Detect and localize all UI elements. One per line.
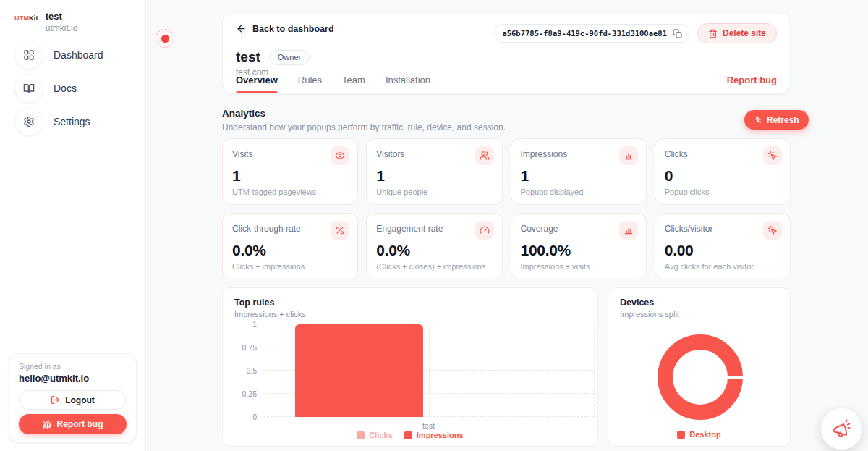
stat-card-click-through-rate: Click-through rate0.0%Clicks ÷ impressio… bbox=[222, 213, 358, 279]
analytics-section-header: Analytics Understand how your popups per… bbox=[222, 108, 506, 132]
legend-label: Clicks bbox=[369, 431, 392, 439]
stat-card-coverage: Coverage100.0%Impressions ÷ visits bbox=[511, 213, 647, 279]
logout-icon bbox=[51, 395, 60, 405]
sidebar-item-dashboard[interactable]: Dashboard bbox=[14, 41, 103, 69]
stat-description: Unique people bbox=[376, 187, 492, 196]
stat-value: 1 bbox=[376, 167, 492, 185]
back-label: Back to dashboard bbox=[252, 24, 334, 34]
devices-title: Devices bbox=[620, 298, 778, 308]
logout-button[interactable]: Logout bbox=[19, 390, 127, 410]
utmkit-logo: UTMKit bbox=[14, 14, 38, 22]
bar-chart-legend: ClicksImpressions bbox=[223, 431, 597, 439]
recording-indicator-button[interactable] bbox=[156, 29, 174, 48]
y-axis-tick: 0 bbox=[252, 413, 263, 421]
stat-value: 1 bbox=[521, 167, 637, 185]
x-axis-tick: test bbox=[422, 421, 435, 430]
stat-description: Clicks ÷ impressions bbox=[232, 262, 348, 271]
legend-swatch bbox=[677, 431, 685, 439]
signed-in-label: Signed in as bbox=[19, 362, 127, 371]
analytics-subtitle: Understand how your popups perform by tr… bbox=[222, 122, 506, 132]
legend-item-desktop[interactable]: Desktop bbox=[677, 430, 720, 439]
report-bug-link[interactable]: Report bug bbox=[727, 75, 777, 93]
stat-description: (Clicks + closes) ÷ impressions bbox=[376, 262, 492, 271]
users-icon bbox=[475, 146, 494, 165]
site-id-copy[interactable]: a56b7785-f8a9-419c-90fd-331d3100ae81 bbox=[494, 24, 690, 43]
top-rules-title: Top rules bbox=[234, 298, 586, 308]
gear-icon bbox=[14, 107, 43, 136]
legend-item-clicks[interactable]: Clicks bbox=[357, 431, 392, 439]
stat-card-visits: Visits1UTM-tagged pageviews bbox=[222, 138, 358, 205]
percent-icon bbox=[331, 221, 349, 240]
report-bug-label: Report bug bbox=[57, 419, 103, 429]
legend-label: Desktop bbox=[689, 430, 720, 439]
stat-value: 1 bbox=[232, 167, 348, 185]
site-tabs: OverviewRulesTeamInstallationReport bug bbox=[236, 75, 777, 93]
trash-icon bbox=[708, 29, 718, 38]
stat-value: 0.00 bbox=[665, 242, 780, 259]
sidebar-item-label: Settings bbox=[54, 116, 90, 127]
eye-icon bbox=[331, 146, 349, 165]
stat-card-clicks: Clicks0Popup clicks bbox=[655, 138, 791, 205]
refresh-button[interactable]: Refresh bbox=[744, 110, 809, 130]
y-axis-tick: 0.25 bbox=[242, 389, 263, 398]
stat-card-impressions: Impressions1Popups displayed bbox=[511, 138, 647, 205]
sparkles-icon bbox=[754, 116, 762, 125]
top-rules-chart-card: Top rules Impressions + clicks 00.250.50… bbox=[222, 287, 598, 447]
bar-impressions bbox=[295, 324, 423, 417]
stat-card-visitors: Visitors1Unique people bbox=[366, 138, 502, 205]
feedback-fab[interactable] bbox=[821, 408, 862, 450]
donut-segment-gap bbox=[727, 376, 744, 379]
y-axis-tick: 1 bbox=[252, 320, 263, 329]
record-dot-icon bbox=[161, 35, 169, 43]
tab-rules[interactable]: Rules bbox=[298, 75, 322, 93]
stat-description: Popups displayed bbox=[521, 187, 637, 196]
legend-label: Impressions bbox=[417, 431, 464, 439]
donut-legend: Desktop bbox=[608, 430, 790, 439]
sidebar-item-docs[interactable]: Docs bbox=[14, 74, 103, 103]
workspace-switcher[interactable]: UTMKit test utmkit.io bbox=[0, 0, 145, 33]
delete-site-label: Delete site bbox=[723, 28, 766, 38]
tab-installation[interactable]: Installation bbox=[386, 75, 430, 93]
gauge-icon bbox=[475, 221, 494, 240]
account-email: hello@utmkit.io bbox=[19, 373, 127, 384]
dashboard-grid-icon bbox=[14, 41, 43, 69]
devices-chart-card: Devices Impressions split Desktop bbox=[608, 287, 791, 447]
sidebar-item-settings[interactable]: Settings bbox=[14, 107, 103, 136]
stat-value: 0.0% bbox=[232, 242, 348, 259]
delete-site-button[interactable]: Delete site bbox=[697, 23, 777, 43]
report-bug-button[interactable]: Report bug bbox=[19, 414, 127, 434]
stat-card-clicks-visitor: Clicks/visitor0.00Avg clicks for each vi… bbox=[655, 213, 791, 279]
book-icon bbox=[14, 74, 43, 103]
megaphone-icon bbox=[830, 418, 854, 441]
site-header-card: Back to dashboard a56b7785-f8a9-419c-90f… bbox=[222, 12, 791, 94]
top-rules-subtitle: Impressions + clicks bbox=[234, 310, 586, 319]
tab-team[interactable]: Team bbox=[342, 75, 365, 93]
y-axis-tick: 0.75 bbox=[242, 343, 263, 352]
sidebar-item-label: Docs bbox=[54, 83, 77, 94]
bar-chart-plot: 00.250.50.751test bbox=[263, 324, 594, 417]
owner-badge: Owner bbox=[269, 50, 310, 65]
back-to-dashboard-link[interactable]: Back to dashboard bbox=[236, 23, 334, 34]
gridline bbox=[429, 324, 430, 417]
analytics-title: Analytics bbox=[222, 108, 506, 119]
bar-chart-icon bbox=[619, 221, 638, 240]
tab-overview[interactable]: Overview bbox=[236, 75, 278, 93]
stats-grid: Visits1UTM-tagged pageviewsVisitors1Uniq… bbox=[222, 138, 791, 279]
gridline bbox=[594, 324, 595, 417]
sidebar-nav: DashboardDocsSettings bbox=[14, 41, 103, 136]
bug-icon bbox=[43, 420, 52, 429]
stat-value: 0 bbox=[665, 167, 780, 185]
legend-item-impressions[interactable]: Impressions bbox=[404, 431, 464, 439]
arrow-left-icon bbox=[236, 23, 247, 34]
stat-description: Avg clicks for each visitor bbox=[665, 262, 780, 271]
stat-description: Impressions ÷ visits bbox=[521, 262, 637, 271]
account-card: Signed in as hello@utmkit.io Logout Repo… bbox=[9, 353, 137, 443]
pointer-click-icon bbox=[763, 221, 782, 240]
logout-label: Logout bbox=[65, 395, 95, 405]
stat-value: 100.0% bbox=[521, 242, 637, 259]
devices-subtitle: Impressions split bbox=[620, 310, 778, 319]
site-id-value: a56b7785-f8a9-419c-90fd-331d3100ae81 bbox=[502, 29, 667, 38]
site-title: test bbox=[236, 49, 260, 65]
copy-icon[interactable] bbox=[673, 29, 682, 38]
y-axis-tick: 0.5 bbox=[246, 366, 263, 375]
